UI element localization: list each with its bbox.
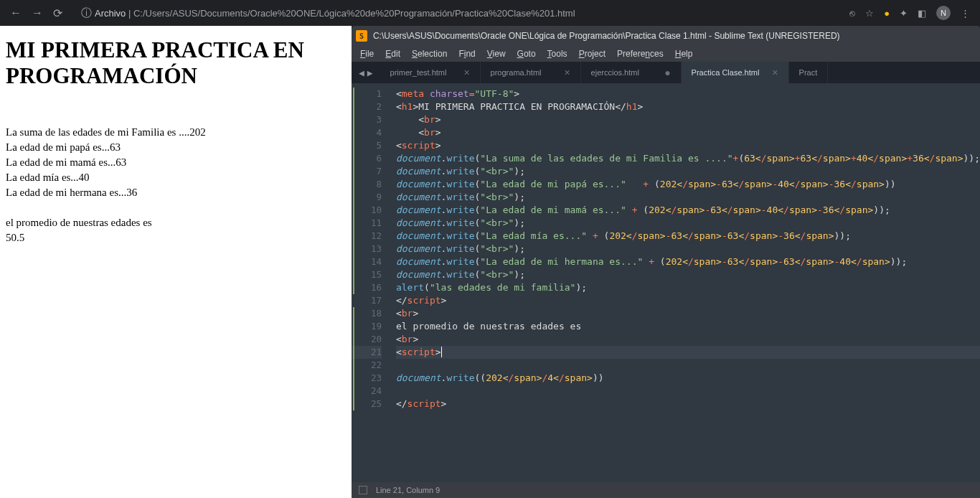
- share-icon[interactable]: ⎋: [849, 8, 855, 19]
- menu-tools[interactable]: Tools: [542, 47, 573, 60]
- line-numbers: 1234567891011121314151617181920212223242…: [352, 83, 387, 482]
- forward-button[interactable]: →: [32, 6, 43, 19]
- menu-help[interactable]: Help: [669, 47, 699, 60]
- menu-selection[interactable]: Selection: [406, 47, 453, 60]
- reload-button[interactable]: ⟳: [53, 6, 62, 20]
- close-icon[interactable]: ×: [772, 67, 778, 78]
- page-line: La edad de mi hermana es...36: [6, 185, 346, 200]
- menu-file[interactable]: File: [354, 47, 380, 60]
- site-info-icon[interactable]: ⓘ: [81, 6, 92, 20]
- extension-dot-icon[interactable]: ●: [884, 8, 890, 19]
- panel-icon[interactable]: ◧: [918, 8, 926, 19]
- tab-scroll-arrows: ◀ ▶: [352, 67, 380, 78]
- page-line: La edad de mi mamá es...63: [6, 155, 346, 170]
- menu-project[interactable]: Project: [573, 47, 611, 60]
- rendered-page: MI PRIMERA PRACTICA EN PROGRAMACIÓN La s…: [0, 26, 352, 498]
- address-bar[interactable]: ⓘ Archivo | C:/Users/ASUS/Documents/Orac…: [74, 3, 838, 23]
- menu-bar: File Edit Selection Find View Goto Tools…: [352, 46, 980, 62]
- profile-avatar[interactable]: N: [936, 6, 951, 20]
- menu-icon[interactable]: ⋮: [961, 8, 970, 19]
- browser-toolbar: ← → ⟳ ⓘ Archivo | C:/Users/ASUS/Document…: [0, 0, 980, 26]
- dirty-icon[interactable]: ●: [664, 67, 670, 78]
- extension-icons: ⎋ ☆ ● ✦ ◧ N ⋮: [845, 6, 974, 20]
- menu-view[interactable]: View: [481, 47, 512, 60]
- tab-programa[interactable]: programa.html×: [481, 62, 581, 83]
- nav-controls: ← → ⟳: [6, 6, 67, 20]
- page-line: La edad mía es...40: [6, 170, 346, 185]
- sublime-window: S C:\Users\ASUS\Documents\Oracle ONE\Lóg…: [352, 26, 980, 498]
- window-titlebar[interactable]: S C:\Users\ASUS\Documents\Oracle ONE\Lóg…: [352, 26, 980, 46]
- menu-find[interactable]: Find: [453, 47, 481, 60]
- page-line: 50.5: [6, 230, 346, 245]
- editor-area[interactable]: 1234567891011121314151617181920212223242…: [352, 83, 980, 482]
- star-icon[interactable]: ☆: [865, 8, 874, 19]
- tab-bar: ◀ ▶ primer_test.html× programa.html× eje…: [352, 62, 980, 83]
- menu-goto[interactable]: Goto: [512, 47, 542, 60]
- page-line: [6, 200, 346, 215]
- tab-practica-clase[interactable]: Practica Clase.html×: [682, 62, 789, 83]
- panel-toggle-icon[interactable]: [359, 486, 367, 494]
- status-position: Line 21, Column 9: [376, 486, 440, 494]
- sublime-logo-icon: S: [356, 30, 367, 42]
- tab-scroll-left[interactable]: ◀: [359, 67, 364, 78]
- page-line: La suma de las edades de mi Familia es .…: [6, 125, 346, 140]
- window-title: C:\Users\ASUS\Documents\Oracle ONE\Lógic…: [373, 31, 840, 41]
- code-content[interactable]: <meta charset="UTF-8"><h1>MI PRIMERA PRA…: [387, 83, 980, 482]
- page-line: La edad de mi papá es...63: [6, 140, 346, 155]
- back-button[interactable]: ←: [10, 6, 22, 19]
- page-line: el promedio de nuestras edades es: [6, 215, 346, 230]
- tab-ejercicios[interactable]: ejerccios.html●: [581, 62, 682, 83]
- url-text: Archivo | C:/Users/ASUS/Documents/Oracle…: [95, 8, 575, 19]
- menu-edit[interactable]: Edit: [380, 47, 406, 60]
- menu-preferences[interactable]: Preferences: [611, 47, 669, 60]
- extensions-icon[interactable]: ✦: [900, 8, 908, 19]
- tab-overflow[interactable]: Pract: [789, 62, 829, 83]
- page-heading: MI PRIMERA PRACTICA EN PROGRAMACIÓN: [6, 37, 346, 89]
- status-bar: Line 21, Column 9: [352, 482, 980, 498]
- close-icon[interactable]: ×: [564, 67, 570, 78]
- tab-scroll-right[interactable]: ▶: [367, 67, 373, 78]
- tab-primer-test[interactable]: primer_test.html×: [380, 62, 481, 83]
- close-icon[interactable]: ×: [463, 67, 469, 78]
